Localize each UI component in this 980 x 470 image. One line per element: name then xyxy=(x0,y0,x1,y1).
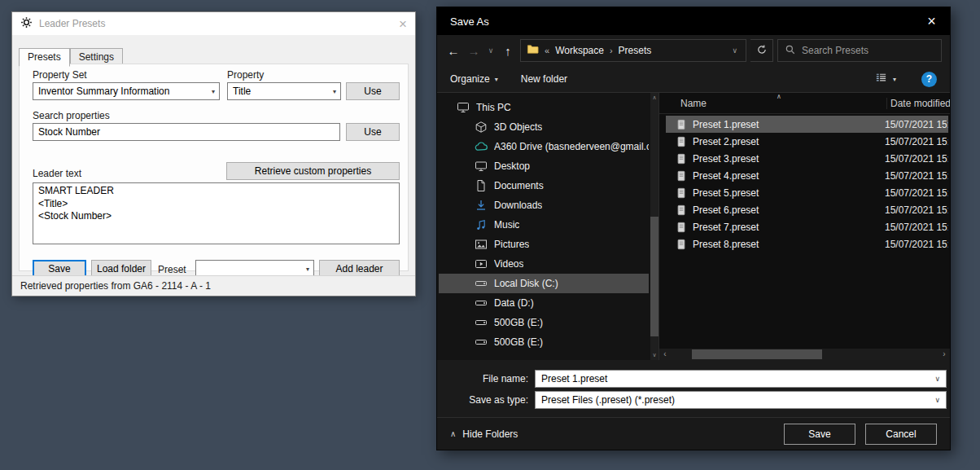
breadcrumb-overflow[interactable]: « xyxy=(545,46,549,55)
file-name-cell: Preset 7.preset xyxy=(666,222,885,233)
file-row[interactable]: Preset 5.preset15/07/2021 15: xyxy=(666,184,948,201)
hide-folders-toggle[interactable]: ∧ Hide Folders xyxy=(450,428,518,440)
disk-icon xyxy=(475,316,488,329)
view-options-icon[interactable] xyxy=(875,72,887,86)
address-chevron-icon[interactable]: ∨ xyxy=(729,46,740,55)
toolbar-right: ▾ ? xyxy=(875,72,937,87)
file-row[interactable]: Preset 1.preset15/07/2021 15: xyxy=(666,116,948,133)
property-label: Property xyxy=(227,69,264,81)
up-icon[interactable]: ↑ xyxy=(500,44,516,58)
search-input[interactable] xyxy=(802,45,934,56)
file-date-cell: 15/07/2021 15: xyxy=(885,187,948,199)
tree-item[interactable]: This PC xyxy=(439,98,649,117)
horizontal-scrollbar[interactable]: ‹ › xyxy=(659,349,950,360)
property-set-label: Property Set xyxy=(33,69,87,81)
scrollbar-track[interactable] xyxy=(671,349,938,360)
file-row[interactable]: Preset 3.preset15/07/2021 15: xyxy=(666,150,948,167)
chevron-down-icon[interactable]: ∨ xyxy=(934,396,940,404)
search-icon xyxy=(785,44,796,58)
tree-item[interactable]: Local Disk (C:) xyxy=(439,274,649,293)
address-bar[interactable]: « Workspace › Presets ∨ xyxy=(520,39,746,62)
file-name-cell: Preset 3.preset xyxy=(666,153,885,165)
scroll-left-icon[interactable]: ‹ xyxy=(659,349,671,360)
column-header-name[interactable]: Name xyxy=(659,98,886,109)
breadcrumb-presets[interactable]: Presets xyxy=(619,45,652,56)
tree-item[interactable]: Videos xyxy=(439,254,649,274)
property-select[interactable]: Title ▾ xyxy=(227,82,341,100)
cancel-button[interactable]: Cancel xyxy=(865,424,937,445)
file-row[interactable]: Preset 4.preset15/07/2021 15: xyxy=(666,167,948,184)
column-header-date-modified[interactable]: Date modified xyxy=(886,98,950,109)
window-title: Leader Presets xyxy=(39,18,105,29)
save-as-titlebar: Save As × xyxy=(437,7,950,35)
cube-icon xyxy=(475,121,488,134)
navigation-bar: ← → ∨ ↑ « Workspace › Presets ∨ xyxy=(437,35,950,66)
breadcrumb-workspace[interactable]: Workspace xyxy=(555,45,604,56)
scrollbar-thumb[interactable] xyxy=(692,349,822,359)
tree-item-label: Local Disk (C:) xyxy=(494,278,558,289)
tree-item[interactable]: A360 Drive (basnederveen@gmail.com) xyxy=(439,137,649,156)
tree-item[interactable]: Desktop xyxy=(439,156,649,176)
file-name-input[interactable] xyxy=(541,373,928,384)
file-row[interactable]: Preset 7.preset15/07/2021 15: xyxy=(666,218,948,235)
tree-item[interactable]: Pictures xyxy=(439,235,649,254)
property-set-select[interactable]: Inventor Summary Information ▾ xyxy=(33,82,220,100)
save-as-type-select[interactable]: Preset Files (.preset) (*.preset) ∨ xyxy=(535,391,947,409)
file-list: Preset 1.preset15/07/2021 15:Preset 2.pr… xyxy=(659,116,950,253)
file-row[interactable]: Preset 8.preset15/07/2021 15: xyxy=(666,235,948,253)
use-property-button[interactable]: Use xyxy=(346,82,400,100)
chevron-down-icon: ▾ xyxy=(306,266,309,273)
leader-text-area[interactable]: SMART LEADER <Title> <Stock Number> xyxy=(33,182,400,244)
preset-file-icon xyxy=(676,239,687,250)
leader-presets-titlebar: Leader Presets × xyxy=(12,12,415,35)
download-icon xyxy=(475,199,488,212)
refresh-button[interactable] xyxy=(750,39,773,62)
tree-item[interactable]: Data (D:) xyxy=(439,293,649,313)
view-chevron-icon[interactable]: ▾ xyxy=(893,76,896,83)
file-date-cell: 15/07/2021 15: xyxy=(885,136,948,147)
file-name-text: Preset 7.preset xyxy=(693,222,759,233)
tree-item-label: 500GB (E:) xyxy=(494,336,543,348)
picture-icon xyxy=(475,238,488,251)
save-button[interactable]: Save xyxy=(784,424,855,445)
close-icon[interactable]: × xyxy=(913,7,950,35)
use-search-button[interactable]: Use xyxy=(346,123,400,141)
file-name-text: Preset 5.preset xyxy=(693,187,759,199)
file-name-text: Preset 6.preset xyxy=(693,204,759,216)
retrieve-custom-properties-button[interactable]: Retrieve custom properties xyxy=(226,162,400,180)
new-folder-button[interactable]: New folder xyxy=(521,73,567,85)
help-button[interactable]: ? xyxy=(921,72,937,87)
tab-presets[interactable]: Presets xyxy=(19,48,70,67)
scrollbar-thumb[interactable] xyxy=(650,217,658,336)
back-icon[interactable]: ← xyxy=(445,44,462,58)
filename-section: File name: ∨ Save as type: Preset Files … xyxy=(437,360,950,419)
property-value: Title xyxy=(233,86,251,97)
tree-item[interactable]: 500GB (E:) xyxy=(439,313,649,332)
scroll-right-icon[interactable]: › xyxy=(938,349,950,360)
tree-item[interactable]: Downloads xyxy=(439,195,649,215)
tree-item-label: 3D Objects xyxy=(494,121,542,133)
file-row[interactable]: Preset 6.preset15/07/2021 15: xyxy=(666,201,948,218)
tree-item[interactable]: 500GB (E:) xyxy=(439,332,649,352)
chevron-down-icon[interactable]: ∨ xyxy=(934,375,940,383)
history-chevron-icon[interactable]: ∨ xyxy=(486,46,496,55)
tree-item[interactable]: Documents xyxy=(439,176,649,195)
search-box[interactable] xyxy=(777,39,942,62)
organize-menu[interactable]: Organize ▾ xyxy=(450,73,498,85)
scroll-down-icon[interactable]: ∨ xyxy=(650,350,658,360)
tree-scrollbar[interactable]: ∧ ∨ xyxy=(650,93,658,360)
preset-file-icon xyxy=(676,136,687,147)
scroll-up-icon[interactable]: ∧ xyxy=(650,93,658,103)
file-name-cell: Preset 2.preset xyxy=(666,136,885,147)
tree-item[interactable]: Music xyxy=(439,215,649,235)
tree-item-label: Desktop xyxy=(494,160,530,172)
forward-icon[interactable]: → xyxy=(466,44,482,58)
search-properties-input[interactable] xyxy=(33,123,340,141)
file-name-combobox[interactable]: ∨ xyxy=(535,370,947,388)
desktop: Leader Presets × Presets Settings Proper… xyxy=(0,0,980,470)
tree-item[interactable]: 3D Objects xyxy=(439,117,649,137)
file-row[interactable]: Preset 2.preset15/07/2021 15: xyxy=(666,133,948,150)
status-bar: Retrieved properties from GA6 - 2114 - A… xyxy=(12,275,415,296)
close-icon[interactable]: × xyxy=(399,17,407,31)
tree-item-label: A360 Drive (basnederveen@gmail.com) xyxy=(494,141,649,152)
